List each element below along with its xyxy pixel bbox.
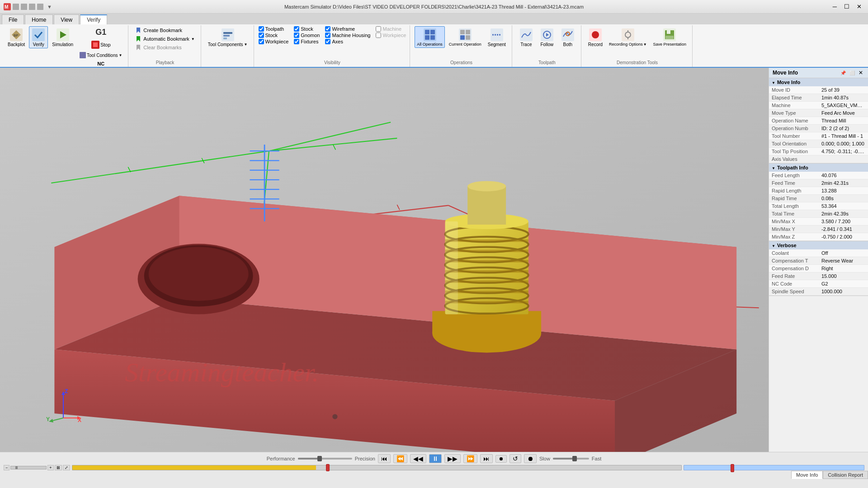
skip-start-button[interactable]: ⏮ bbox=[378, 454, 391, 463]
toolbar-icon4[interactable] bbox=[37, 4, 43, 10]
machine-checkbox[interactable] bbox=[376, 26, 381, 32]
tool-conditions-icon bbox=[80, 52, 86, 58]
performance-slider[interactable] bbox=[298, 458, 352, 460]
skip-end-button[interactable]: ⏭ bbox=[480, 454, 493, 463]
svg-rect-21 bbox=[425, 35, 429, 40]
tool-check-row: Stock bbox=[259, 33, 289, 38]
stop-button[interactable]: Stop bbox=[89, 39, 113, 50]
move-info-section-header[interactable]: Move Info bbox=[769, 78, 868, 86]
both-button[interactable]: Both bbox=[558, 26, 577, 48]
perf-slider-container bbox=[298, 458, 352, 460]
zoom-out-button[interactable]: − bbox=[4, 465, 9, 470]
main-progress-track[interactable] bbox=[72, 465, 682, 470]
follow-button[interactable]: Follow bbox=[538, 26, 557, 48]
move-info-tab[interactable]: Move Info bbox=[791, 471, 823, 479]
toolpath-info-section: Toolpath Info Feed Length 40.076 Feed Ti… bbox=[769, 164, 868, 241]
save-presentation-button[interactable]: Save Presentation bbox=[651, 26, 689, 48]
axes-checkbox[interactable] bbox=[325, 39, 330, 44]
machine-housing-checkbox[interactable] bbox=[376, 33, 381, 38]
machine-check-row: Machine bbox=[376, 26, 406, 32]
ribbon: BP Backplot Verify bbox=[0, 24, 868, 68]
stock-checkbox[interactable] bbox=[294, 26, 299, 32]
fast-forward-button[interactable]: ⏩ bbox=[463, 454, 477, 463]
tool-components-button[interactable]: Tool Components ▼ bbox=[206, 26, 250, 48]
playback-group-label: Playback bbox=[133, 58, 197, 65]
rewind-button[interactable]: ◀◀ bbox=[410, 454, 426, 463]
panel-content: Move Info Move ID 25 of 39 Elapsed Time … bbox=[769, 78, 868, 452]
tool-conditions-button[interactable]: Tool Conditions ▼ bbox=[77, 51, 124, 59]
nc-button[interactable]: NC bbox=[95, 60, 107, 67]
tab-file[interactable]: File bbox=[2, 14, 24, 24]
automatic-bookmark-button[interactable]: Automatic Bookmark ▼ bbox=[133, 35, 197, 43]
row-operation-number: Operation Numb ID: 2 (2 of 2) bbox=[769, 125, 868, 132]
bookmark-icon bbox=[135, 27, 142, 33]
toolpath-section-collapse-icon bbox=[772, 165, 775, 170]
row-compensation-direction: Compensation D Right bbox=[769, 265, 868, 272]
fixtures-checkbox[interactable] bbox=[294, 39, 299, 44]
play-forward-button[interactable]: ▶▶ bbox=[444, 454, 461, 463]
pause-button[interactable]: ⏸ bbox=[429, 454, 442, 463]
minimize-button[interactable]: ─ bbox=[830, 2, 840, 11]
precision-label: Precision bbox=[355, 456, 375, 461]
step-forward-button[interactable]: ⏺ bbox=[524, 454, 537, 463]
ribbon-operations-group: All Operations Current Operation bbox=[411, 25, 512, 67]
row-move-type: Move Type Feed Arc Move bbox=[769, 109, 868, 117]
zoom-track[interactable] bbox=[10, 466, 47, 469]
simulation-button[interactable]: Simulation bbox=[50, 26, 75, 48]
panel-close-button[interactable]: ✕ bbox=[857, 70, 864, 76]
initial-stock-checkbox[interactable] bbox=[294, 33, 299, 38]
svg-rect-16 bbox=[223, 35, 230, 37]
panel-undock-button[interactable]: ⬜ bbox=[848, 70, 856, 76]
trace-button[interactable]: Trace bbox=[517, 26, 536, 48]
all-operations-button[interactable]: All Operations bbox=[415, 26, 445, 48]
backplot-button[interactable]: BP Backplot bbox=[5, 26, 27, 48]
wireframe-checkbox[interactable] bbox=[325, 26, 330, 32]
refresh-button[interactable]: ↺ bbox=[509, 454, 521, 463]
gnomon-checkbox[interactable] bbox=[325, 33, 330, 38]
row-elapsed-time: Elapsed Time 1min 40.87s bbox=[769, 94, 868, 102]
viewport[interactable]: Streamingteacher. Z X bbox=[0, 68, 769, 452]
panel-pin-button[interactable]: 📌 bbox=[839, 70, 847, 76]
verbose-section: Verbose Coolant Off Compensation T Rever… bbox=[769, 241, 868, 296]
maximize-button[interactable]: ☐ bbox=[841, 2, 852, 11]
stop-icon bbox=[91, 41, 99, 49]
workpiece-checkbox[interactable] bbox=[259, 39, 264, 44]
record-stop-button[interactable]: ⏺ bbox=[495, 455, 507, 463]
segment-button[interactable]: Segment bbox=[486, 26, 508, 48]
speed-slider[interactable] bbox=[553, 458, 589, 460]
row-minmax-z: Min/Max Z -0.750 / 2.000 bbox=[769, 233, 868, 241]
expand-button[interactable]: ⤢ bbox=[63, 465, 70, 470]
fit-button[interactable]: ⊠ bbox=[55, 465, 62, 470]
clear-bookmarks-button[interactable]: Clear Bookmarks bbox=[133, 43, 197, 52]
verbose-section-header[interactable]: Verbose bbox=[769, 241, 868, 249]
toolbar-icon3[interactable] bbox=[29, 4, 35, 10]
tab-verify[interactable]: Verify bbox=[80, 14, 107, 24]
collision-report-tab[interactable]: Collision Report bbox=[823, 471, 868, 479]
toolbar-icon2[interactable] bbox=[21, 4, 27, 10]
ribbon-mode-group: BP Backplot Verify bbox=[2, 25, 128, 67]
tool-checkbox[interactable] bbox=[259, 33, 264, 38]
g1-button[interactable]: G1 bbox=[92, 26, 109, 38]
record-button[interactable]: Record bbox=[586, 26, 605, 48]
secondary-progress-track[interactable] bbox=[684, 465, 864, 470]
step-back-button[interactable]: ⏪ bbox=[393, 454, 407, 463]
axes-check-row: Axes bbox=[325, 39, 370, 44]
toolpath-checkbox[interactable] bbox=[259, 26, 264, 32]
current-operation-button[interactable]: Current Operation bbox=[447, 26, 484, 48]
recording-options-button[interactable]: Recording Options ▼ bbox=[607, 26, 649, 48]
visibility-col1: Toolpath Stock Workpiece bbox=[259, 26, 289, 44]
titlebar: M ▼ Mastercam Simulator D:\Video Files\S… bbox=[0, 0, 868, 14]
toolpath-info-section-header[interactable]: Toolpath Info bbox=[769, 164, 868, 172]
close-button[interactable]: ✕ bbox=[854, 2, 864, 11]
zoom-in-button[interactable]: + bbox=[47, 465, 53, 470]
verify-button[interactable]: Verify bbox=[29, 26, 48, 48]
svg-text:M: M bbox=[5, 5, 8, 9]
svg-rect-3 bbox=[21, 4, 27, 10]
demo-tools-label: Demonstration Tools bbox=[586, 58, 689, 65]
tab-view[interactable]: View bbox=[54, 14, 79, 24]
fixtures-check-row: Fixtures bbox=[294, 39, 320, 44]
tab-home[interactable]: Home bbox=[25, 14, 53, 24]
create-bookmark-button[interactable]: Create Bookmark bbox=[133, 26, 197, 34]
svg-text:BP: BP bbox=[14, 33, 19, 38]
toolbar-icon1[interactable] bbox=[13, 4, 19, 10]
